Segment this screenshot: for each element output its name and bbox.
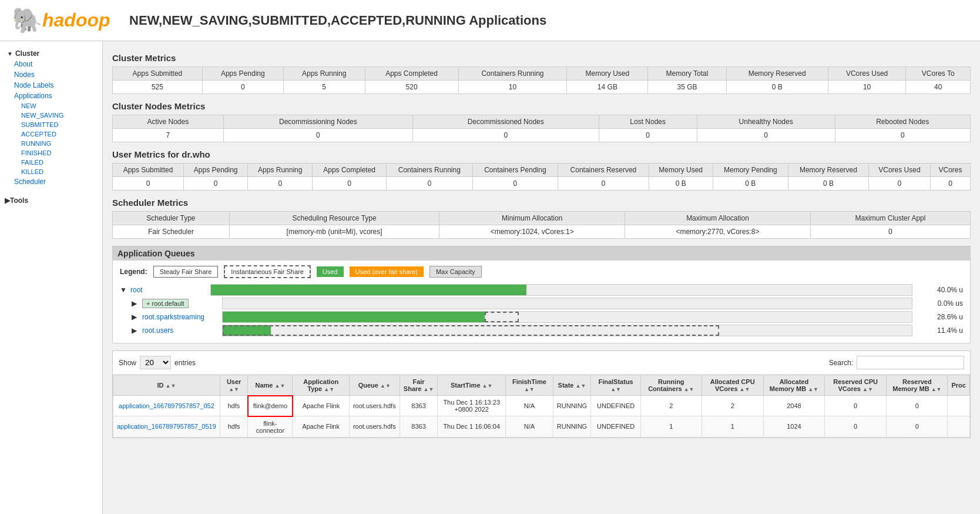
queue-default-arrow[interactable]: ▶: [132, 299, 139, 308]
app-id-link-0[interactable]: application_1667897957857_052: [119, 402, 214, 409]
sidebar-item-about[interactable]: About: [5, 59, 98, 69]
queue-root-bar: [210, 284, 912, 296]
td-apptype-1: Apache Flink: [293, 416, 349, 438]
col-unhealthy-nodes: Unhealthy Nodes: [697, 115, 835, 129]
sm-val-1: [memory-mb (unit=Mi), vcores]: [229, 225, 439, 239]
sidebar-item-scheduler[interactable]: Scheduler: [5, 176, 98, 187]
th-queue[interactable]: Queue ▲▼: [349, 375, 400, 396]
um-col-5: Containers Pending: [472, 163, 558, 177]
th-start-time[interactable]: StartTime ▲▼: [438, 375, 505, 396]
scheduler-metrics-title: Scheduler Metrics: [112, 198, 971, 208]
app-queues-box: Application Queues Legend: Steady Fair S…: [112, 246, 971, 343]
td-apptype-0: Apache Flink: [293, 396, 349, 416]
col-lost-nodes: Lost Nodes: [599, 115, 697, 129]
um-val-8: 0 B: [713, 177, 788, 191]
um-col-7: Memory Used: [649, 163, 713, 177]
applications-table: ID ▲▼ User ▲▼ Name ▲▼ Application Type ▲…: [113, 375, 970, 438]
queue-root-link[interactable]: root: [130, 286, 143, 294]
queue-users-arrow[interactable]: ▶: [132, 326, 139, 335]
td-name-0: flink@demo: [248, 396, 293, 416]
user-metrics-row: 0 0 0 0 0 0 0 0 B 0 B 0 B 0 0: [113, 177, 971, 191]
sidebar-item-running[interactable]: RUNNING: [5, 139, 98, 148]
sort-apptype: ▲▼: [324, 386, 334, 392]
user-metrics-table: Apps Submitted Apps Pending Apps Running…: [112, 163, 971, 191]
col-apps-completed: Apps Completed: [365, 67, 458, 81]
tools-header[interactable]: ▶ Tools: [0, 194, 102, 207]
th-running-containers[interactable]: Running Containers ▲▼: [641, 375, 702, 396]
entries-label: entries: [174, 359, 196, 367]
sidebar-item-killed[interactable]: KILLED: [5, 167, 98, 176]
th-alloc-cpu[interactable]: Allocated CPU VCores ▲▼: [702, 375, 763, 396]
sm-col-3: Maximum Allocation: [625, 212, 811, 225]
sm-col-2: Minimum Allocation: [439, 212, 625, 225]
col-apps-submitted: Apps Submitted: [113, 67, 203, 81]
queue-sparkstreaming-arrow[interactable]: ▶: [132, 313, 139, 321]
sort-amem: ▲▼: [808, 386, 818, 392]
sidebar-item-node-labels[interactable]: Node Labels: [5, 80, 98, 91]
th-final-status[interactable]: FinalStatus ▲▼: [591, 375, 641, 396]
val-decommissioning: 0: [223, 129, 412, 142]
elephant-icon: 🐘: [12, 6, 42, 35]
val-unhealthy-nodes: 0: [697, 129, 835, 142]
sidebar-item-finished[interactable]: FINISHED: [5, 148, 98, 158]
tools-label: Tools: [10, 196, 28, 205]
queue-sparkstreaming-link[interactable]: root.sparkstreaming: [142, 313, 204, 321]
sidebar-item-failed[interactable]: FAILED: [5, 158, 98, 167]
sidebar-item-submitted[interactable]: SUBMITTED: [5, 120, 98, 129]
queue-users-label: root.users: [142, 326, 219, 335]
sort-fairshare: ▲▼: [423, 386, 434, 392]
sm-col-0: Scheduler Type: [113, 212, 230, 225]
sidebar: ▼ Cluster About Nodes Node Labels Applic…: [0, 41, 103, 514]
queue-default: ▶ + root.default 0.0% us: [120, 298, 963, 309]
th-name[interactable]: Name ▲▼: [248, 375, 293, 396]
sort-user: ▲▼: [229, 386, 239, 392]
cluster-header[interactable]: ▼ Cluster: [5, 48, 98, 59]
um-val-11: 0: [931, 177, 971, 191]
val-decommissioned: 0: [413, 129, 599, 142]
th-id[interactable]: ID ▲▼: [113, 375, 220, 396]
queue-root-arrow[interactable]: ▼: [120, 286, 127, 294]
search-area: Search:: [829, 356, 964, 369]
th-res-mem[interactable]: Reserved Memory MB ▲▼: [887, 375, 948, 396]
td-amem-0: 2048: [763, 396, 824, 416]
td-start-1: Thu Dec 1 16:06:04: [438, 416, 505, 438]
queue-users-link[interactable]: root.users: [142, 326, 173, 335]
col-decommissioned-nodes: Decommissioned Nodes: [413, 115, 599, 129]
search-input[interactable]: [857, 356, 964, 369]
header: 🐘 hadoop NEW,NEW_SAVING,SUBMITTED,ACCEPT…: [0, 0, 980, 41]
queue-default-bar: [222, 298, 912, 309]
um-col-10: VCores Used: [868, 163, 930, 177]
queue-sparkstreaming: ▶ root.sparkstreaming 28.6% u: [120, 311, 963, 323]
layout: ▼ Cluster About Nodes Node Labels Applic…: [0, 41, 980, 514]
th-fair-share[interactable]: Fair Share ▲▼: [400, 375, 438, 396]
td-rc-0: 2: [641, 396, 702, 416]
sidebar-item-accepted[interactable]: ACCEPTED: [5, 129, 98, 139]
um-val-0: 0: [113, 177, 184, 191]
cluster-metrics-table: Apps Submitted Apps Pending Apps Running…: [112, 66, 971, 94]
show-entries: Show 20 10 50 100 entries: [119, 356, 196, 369]
sidebar-item-nodes[interactable]: Nodes: [5, 69, 98, 80]
th-state[interactable]: State ▲▼: [553, 375, 590, 396]
th-finish-time[interactable]: FinishTime ▲▼: [505, 375, 553, 396]
sidebar-item-new[interactable]: NEW: [5, 101, 98, 111]
app-id-link-1[interactable]: application_1667897957857_0519: [117, 423, 216, 430]
um-val-6: 0: [558, 177, 649, 191]
sort-queue: ▲▼: [380, 383, 391, 389]
th-user[interactable]: User ▲▼: [220, 375, 248, 396]
th-proc[interactable]: Proc: [948, 375, 970, 396]
td-resmem-1: 0: [887, 416, 948, 438]
hadoop-logo: 🐘 hadoop: [12, 6, 110, 35]
th-app-type[interactable]: Application Type ▲▼: [293, 375, 349, 396]
um-val-7: 0 B: [649, 177, 713, 191]
th-alloc-mem[interactable]: Allocated Memory MB ▲▼: [763, 375, 824, 396]
um-col-3: Apps Completed: [313, 163, 387, 177]
cluster-nodes-title: Cluster Nodes Metrics: [112, 101, 971, 111]
sidebar-item-new-saving[interactable]: NEW_SAVING: [5, 111, 98, 120]
td-state-1: RUNNING: [553, 416, 590, 438]
col-memory-used: Memory Used: [567, 67, 648, 81]
entries-select[interactable]: 20 10 50 100: [140, 356, 171, 369]
sidebar-item-applications[interactable]: Applications: [5, 91, 98, 101]
queue-default-pct: 0.0% us: [916, 299, 963, 308]
th-res-cpu[interactable]: Reserved CPU VCores ▲▼: [824, 375, 886, 396]
queue-users-pct: 11.4% u: [916, 326, 963, 335]
